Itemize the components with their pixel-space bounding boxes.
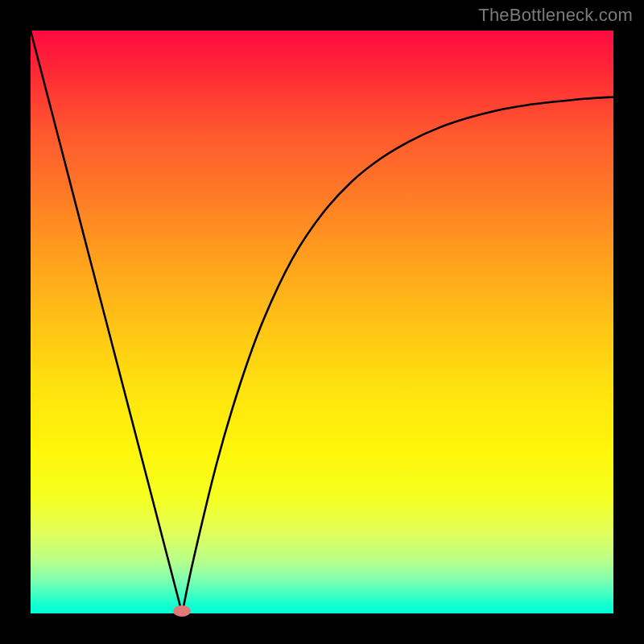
watermark-label: TheBottleneck.com [478,5,633,26]
plot-area [31,31,613,613]
curve-svg [31,31,613,613]
minimum-marker [173,605,191,617]
bottleneck-curve [31,31,613,613]
chart-frame: TheBottleneck.com [0,0,644,644]
